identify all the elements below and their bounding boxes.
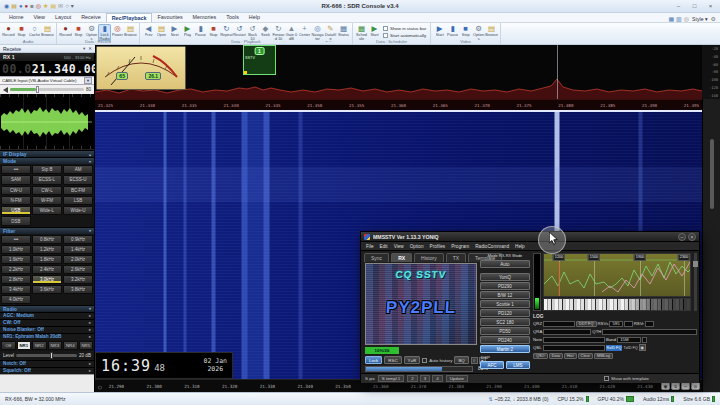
sstv-mode-button[interactable]: Martin 2 [480, 345, 530, 353]
sstv-mode-button[interactable]: SC2 180 [480, 318, 530, 326]
sstv-mode-button[interactable]: YoniQ [480, 273, 530, 281]
ribbon-button[interactable]: ◎ Power [111, 24, 124, 37]
log-action-button[interactable]: MMLog [594, 353, 613, 359]
spectrum-frequency-scale[interactable]: 21.32521.33021.33521.34021.34521.35021.3… [95, 99, 702, 110]
mmsstv-window[interactable]: MMSSTV Ver 1.13.3 YONIQ –× FileEditViewO… [360, 231, 700, 383]
ribbon-button[interactable]: ◀ Prev [142, 24, 155, 37]
slider-thumb[interactable] [693, 261, 698, 267]
window-control-button[interactable]: □ [687, 1, 702, 11]
ribbon-right-icon[interactable]: ▥ [676, 15, 682, 22]
speaker-icon[interactable] [3, 87, 8, 93]
gear-icon[interactable]: ⚙ [711, 15, 716, 22]
ribbon-tab[interactable]: View [28, 13, 50, 22]
ribbon-button[interactable]: ■ Stop [72, 24, 85, 37]
mmsstv-window-button[interactable]: – [678, 233, 686, 241]
radio-option-row[interactable]: CW: Off▸ [0, 319, 94, 326]
quick-access-icon[interactable]: ◎ [36, 3, 41, 9]
log-action-button[interactable]: Hist [564, 353, 577, 359]
qrz-input[interactable] [543, 321, 575, 327]
quick-access-icon[interactable]: ◉ [4, 3, 9, 9]
rsvs-value[interactable]: 595 [609, 321, 622, 327]
section-header-if-display[interactable]: IF Display▴ [0, 150, 94, 157]
chevron-down-icon[interactable]: ▼ [84, 77, 92, 84]
ribbon-button[interactable]: ▤ Browse [485, 24, 498, 37]
ribbon-button[interactable]: ◆ Seek [259, 24, 272, 37]
spectrum-marker[interactable]: 1500 [588, 254, 600, 261]
filter-button[interactable]: 3.8kHz [63, 285, 93, 294]
radio-option-row[interactable]: Noise Blanker: Off▸ [0, 326, 94, 333]
section-header-mode[interactable]: Mode▾ [0, 157, 94, 164]
s-templ-button[interactable]: S templ 1 [378, 375, 405, 382]
filter-button[interactable]: 2.6kHz [63, 265, 93, 274]
ribbon-button[interactable]: ▤ Open [155, 24, 168, 37]
ribbon-button[interactable]: ▦ Status [337, 24, 350, 37]
spectrum-marker[interactable]: 1200 [553, 254, 565, 261]
rx-marker-handle[interactable] [244, 71, 247, 74]
filter-button[interactable]: 1.0kHz [1, 245, 31, 254]
bq-button[interactable]: BQ [454, 356, 468, 364]
rsvr-spinner[interactable] [645, 321, 654, 327]
scrollbar-thumb[interactable] [710, 139, 714, 209]
rx-bar-icon-button[interactable]: ≡ [471, 357, 478, 364]
quick-access-icon[interactable]: ▾ [71, 3, 74, 9]
volume-slider-thumb[interactable] [36, 86, 39, 93]
mode-button[interactable]: DSB [1, 216, 31, 225]
mode-button[interactable]: SAM [1, 175, 31, 184]
ribbon-button[interactable]: ● Record [59, 24, 72, 37]
ribbon-button[interactable]: ▤ Browse [41, 24, 54, 37]
radio-option-row[interactable]: Squelch: Off▸ [0, 367, 94, 374]
spectrum-display[interactable]: 1 SSTV 65 26.1 [95, 45, 702, 99]
level-slider-thumb[interactable] [50, 352, 53, 359]
quick-access-icon[interactable]: ★ [43, 3, 48, 9]
ribbon-button[interactable]: ▶ Start [368, 24, 381, 37]
sstv-mode-button[interactable]: B/W 12 [480, 291, 530, 299]
mode-button[interactable]: ECSS-L [32, 175, 62, 184]
nr-button[interactable]: NR1 [17, 341, 32, 350]
audio-device-select[interactable]: CABLE Input (VB-Audio Virtual Cable) ▼ [0, 76, 94, 85]
update-button[interactable]: Update [446, 375, 468, 382]
mode-button[interactable]: USB [1, 206, 31, 215]
ribbon-tab[interactable]: Rec/Playback [106, 13, 153, 22]
show-with-template-checkbox[interactable] [604, 376, 609, 381]
rx-passband-marker[interactable]: 1 SSTV [243, 45, 276, 75]
radio-option-row[interactable]: NR1: Ephraim Malah 20dB▸ [0, 333, 94, 340]
style-dropdown[interactable]: Style ▾ [692, 16, 708, 22]
filter-button[interactable]: ••• [1, 235, 31, 244]
mode-button[interactable]: CW-U [1, 186, 31, 195]
filter-button[interactable]: 1.2kHz [32, 245, 62, 254]
window-control-button[interactable]: × [703, 1, 718, 11]
band-spinner[interactable] [642, 337, 647, 343]
dsp-button[interactable]: AFC [480, 361, 504, 369]
ribbon-button[interactable]: + Center [298, 24, 311, 37]
page-button[interactable]: 2 [407, 375, 417, 382]
qsl-input[interactable] [543, 345, 605, 351]
mode-button[interactable]: Wide-L [32, 206, 62, 215]
nr-button[interactable]: Off [1, 341, 16, 350]
mode-button[interactable]: Stp B [32, 165, 62, 174]
mmsstv-menu-item[interactable]: RadioCommand [475, 244, 509, 249]
mmsstv-tab[interactable]: Sync [364, 253, 389, 262]
ribbon-tab[interactable]: Home [4, 13, 28, 22]
filter-button[interactable]: 3.4kHz [1, 285, 31, 294]
log-action-button[interactable]: QSO [533, 353, 548, 359]
ribbon-tab[interactable]: Tools [221, 13, 244, 22]
quick-access-icon[interactable]: ■ [30, 3, 34, 9]
qra-input[interactable] [543, 329, 591, 335]
filter-button[interactable]: 3.2kHz [63, 275, 93, 284]
filter-button[interactable]: 2.2kHz [1, 265, 31, 274]
mmsstv-menu-item[interactable]: Option [410, 244, 424, 249]
ribbon-right-icon[interactable]: ◎ [684, 15, 689, 22]
right-scrollbar-rail[interactable] [702, 99, 720, 392]
pin-icon[interactable]: ▾ [83, 46, 85, 51]
ribbon-button[interactable]: ■ Stop [459, 24, 472, 37]
rsvs-spinner[interactable] [624, 321, 633, 327]
page-button[interactable]: 4 [432, 375, 442, 382]
quick-access-icon[interactable]: ▤ [50, 3, 56, 9]
s-pix-label[interactable]: S pix [365, 376, 375, 381]
quick-access-icon[interactable]: ● [19, 3, 23, 9]
filter-button[interactable]: 2.0kHz [63, 255, 93, 264]
filter-button[interactable]: 0.8kHz [32, 235, 62, 244]
window-control-button[interactable]: – [671, 1, 686, 11]
mmsstv-menu-item[interactable]: Help [515, 244, 525, 249]
history-icon[interactable]: ○ [98, 383, 102, 390]
